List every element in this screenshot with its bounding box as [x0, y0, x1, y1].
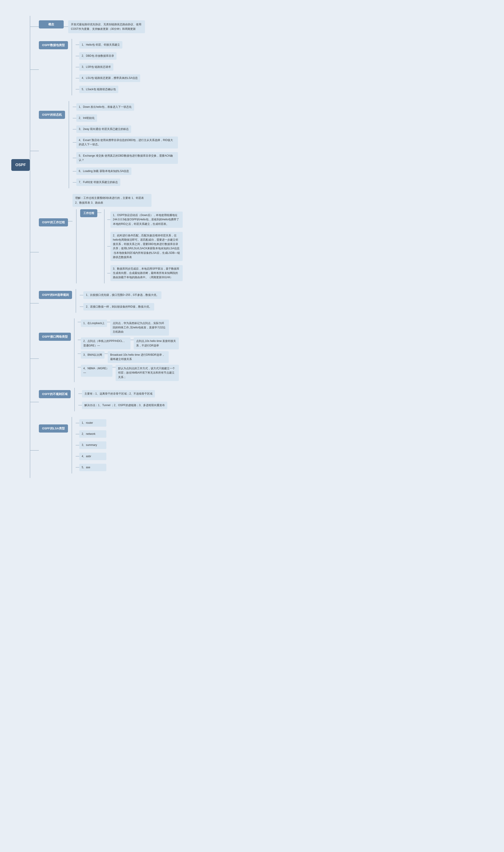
dr-item-1: 1、比较接口优先级，接口范围0~255，0不参选，数值大优。: [80, 291, 161, 299]
state-item-5: 5、Exchange 准交换 使用真正的DBD数据包进行数据库目录交换，需要AC…: [73, 152, 178, 164]
tick-s5: [73, 158, 76, 158]
tick-s4: [73, 142, 76, 143]
tick-r2: [78, 405, 82, 405]
work-sub-h: [97, 212, 102, 213]
h-line-dr: [30, 303, 39, 303]
iface-items: 1、在Loopback上 点到点，华为虽然标记为点到点，实际为环回的特殊工作,无…: [78, 318, 179, 382]
state-text-6: 6、Loading 加载 获取本地未知的LSA信息: [76, 168, 132, 175]
h-line-lsa: [30, 450, 39, 451]
tick-s1: [73, 107, 76, 107]
packet-item-text-5: 5、LSack包 链路状态确认包: [79, 86, 118, 93]
state-sub-container: 1、Down 发出hello包，准备进入下一状态化 2、Init初始化 3、2w…: [65, 101, 178, 189]
state-item-1: 1、Down 发出hello包，准备进入下一状态化: [73, 103, 178, 111]
lsa-item-1: 1、router: [76, 419, 106, 427]
tick-w3: [107, 273, 110, 274]
state-text-3: 3、2way 双向通信 邻层关系已建立的标志: [76, 125, 131, 133]
state-items: 1、Down 发出hello包，准备进入下一状态化 2、Init初始化 3、2w…: [73, 101, 178, 189]
packet-item-text-4: 4、LSU包 链路状态更新，携带具体的LSA信息: [79, 74, 140, 82]
branch-concept: 概念 开发式最短路径优先协议、无类别链路状态路由协议、使用COST作为度量、支持…: [30, 20, 182, 33]
page-wrapper: OSPF 概念 开发式最短路径优先协议、无类别链路状态路由协议、使用COST作为…: [4, 7, 500, 487]
branch-label-state: OSPF的状态机: [39, 111, 65, 119]
work-sub-row: 工作过程 1、OSPF协议启动后（Down后），本地使用组播地址244.0.0.…: [72, 209, 183, 283]
work-text-3: 3、数据库同步完成后，本地启用SFP算法，基于数据库生成有向图，合成最短路径树，…: [110, 265, 183, 281]
branch-work-process: OSPF的工作过程 理解：工作过程主要围绕3张表进行的，主要有 1、邻层表 2、…: [30, 194, 182, 283]
branches-col: 概念 开发式最短路径优先协议、无类别链路状态路由协议、使用COST作为度量、支持…: [30, 16, 182, 478]
irreg-item-1: 主要有：1、远离骨干的非骨干区域；2、不连续骨干区域: [78, 390, 167, 398]
state-text-5: 5、Exchange 准交换 使用真正的DBD数据包进行数据库目录交换，需要AC…: [76, 152, 178, 164]
state-item-4: 4、Exsart 预启动 使用未携带目录信息的DBD包，进行主从关系选择，RID…: [73, 137, 178, 148]
h-line-work-2: [68, 221, 72, 222]
tick-i3b: [105, 353, 108, 354]
branch-label-irreg: OSFF的不规则区域: [39, 390, 71, 398]
tick-s3: [73, 129, 76, 129]
root-label: OSPF: [15, 163, 26, 167]
tick-d1: [80, 295, 83, 295]
lsa-item-5: 5、ase: [76, 464, 106, 471]
dr-vline: [76, 289, 76, 313]
branch-label-packet: OSPF数据包类型: [39, 41, 68, 49]
state-vline: [69, 101, 69, 189]
iface-label-text-1: 1、在Loopback上: [83, 321, 105, 325]
branch-label-iface: OSPF接口网络类型: [39, 333, 71, 341]
iface-detail-3: Broadcast 10s hello time 进行DR/BDR选举，最终建立…: [108, 351, 169, 363]
tick-l1: [76, 423, 79, 423]
work-items-vline: [104, 209, 105, 283]
state-item-2: 2、Init初始化: [73, 114, 178, 122]
iface-label-4: 4、NBMA（MGRE）—: [81, 365, 112, 377]
packet-item-4: 4、LSU包 链路状态更新，携带具体的LSA信息: [76, 74, 140, 82]
lsa-text-3: 3、summary: [79, 441, 106, 449]
h-line-iface: [30, 359, 39, 359]
irreg-item-2: 解决办法：1、Tunnel ；2、OSPF的虚链路；3、多进程双向重发布: [78, 402, 167, 409]
tick-s2: [73, 118, 76, 118]
packet-item-text-2: 2、DBD包 存放数据库目录: [79, 52, 116, 60]
state-text-4: 4、Exsart 预启动 使用未携带目录信息的DBD包，进行主从关系选择，RID…: [76, 137, 178, 148]
work-items-list: 1、OSPF协议启动后（Down后），本地使用组播地址244.0.0.5收发OS…: [107, 209, 183, 283]
lsa-vline: [72, 417, 72, 473]
iface-sub-container: 1、在Loopback上 点到点，华为虽然标记为点到点，实际为环回的特殊工作,无…: [71, 318, 179, 382]
dr-items: 1、比较接口优先级，接口范围0~255，0不参选，数值大优。 2、若接口数值一样…: [80, 289, 161, 313]
tick-2: [76, 56, 79, 56]
packet-items: 1、Hello包 邻层、邻接关系建立 2、DBD包 存放数据库目录 3、LSR包…: [76, 39, 140, 95]
tick-l3: [76, 445, 79, 446]
work-item-2: 2、此时进行条件匹配，匹配失败后维持邻层关系，仅hello包周期保活即可。若匹配…: [107, 232, 183, 261]
tick-i1: [78, 322, 81, 322]
h-line-irreg: [30, 402, 39, 402]
branch-irregular: OSFF的不规则区域 主要有：1、远离骨干的非骨干区域；2、不连续骨干区域 解决…: [30, 388, 182, 411]
work-intro: 理解：工作过程主要围绕3张表进行的，主要有 1、邻层表 2、数据库表 3、路由表: [72, 194, 151, 207]
tick-4: [76, 78, 79, 79]
tick-i4: [78, 367, 81, 367]
work-item-3: 3、数据库同步完成后，本地启用SFP算法，基于数据库生成有向图，合成最短路径树，…: [107, 265, 183, 281]
root-node: OSPF: [11, 159, 30, 171]
tick-r1: [78, 394, 82, 394]
tick-l4: [76, 456, 79, 456]
packet-sub-container: 1、Hello包 邻层、邻接关系建立 2、DBD包 存放数据库目录 3、LSR包…: [68, 39, 140, 95]
iface-item-4: 4、NBMA（MGRE）— 默认为点到点的工作方式，该方式只能建立一个邻层；故在…: [78, 365, 179, 381]
branch-label-lsa: OSPF的LSA类型: [39, 424, 68, 433]
work-outer: 理解：工作过程主要围绕3张表进行的，主要有 1、邻层表 2、数据库表 3、路由表…: [72, 194, 183, 283]
iface-item-3: 3、BMAl以太网 Broadcast 10s hello time 进行DR/…: [78, 351, 179, 363]
work-item-1: 1、OSPF协议启动后（Down后），本地使用组播地址244.0.0.5收发OS…: [107, 211, 183, 228]
lsa-items: 1、router 2、network 3、summary 4、asbr: [76, 417, 106, 473]
lsa-text-2: 2、network: [79, 430, 106, 438]
dr-sub-container: 1、比较接口优先级，接口范围0~255，0不参选，数值大优。 2、若接口数值一样…: [72, 289, 161, 313]
packet-item-3: 3、LSR包 链路状态请求: [76, 63, 140, 71]
h-line-work: [30, 252, 39, 253]
branch-interface: OSPF接口网络类型 1、在Loopback上 点到点，华为虽然标记为点到点，实…: [30, 318, 182, 382]
iface-detail-2: 点到点,10s hello time 直接邻接关系，不进行DR选举: [134, 337, 179, 349]
iface-item-2: 2、点到点（串线上的PPP/HDCL，普通GRE）— 点到点,10s hello…: [78, 337, 179, 349]
lsa-item-3: 3、summary: [76, 441, 106, 449]
work-sub-inner: 工作过程 1、OSPF协议启动后（Down后），本地使用组播地址244.0.0.…: [80, 209, 183, 283]
tick-5: [76, 89, 79, 89]
dr-text-2: 2、若接口数值一样，则比较设备的RID值，数值大优。: [83, 303, 154, 311]
lsa-sub-container: 1、router 2、network 3、summary 4、asbr: [68, 417, 106, 473]
packet-item-text-3: 3、LSR包 链路状态请求: [79, 63, 113, 71]
branch-packet-types: OSPF数据包类型 1、Hello包 邻层、邻接关系建立 2、DBD包 存放数据…: [30, 39, 182, 95]
iface-detail-4: 默认为点到点的工作方式，该方式只能建立一个邻层；故在NMBA环境下将无法和所有节…: [115, 365, 179, 381]
h-line-packet: [30, 69, 39, 70]
tick-i1b: [107, 322, 110, 322]
tick-i2: [78, 340, 81, 340]
iface-label-3: 3、BMAl以太网: [81, 351, 105, 359]
h-line-state: [30, 151, 39, 151]
concept-content: 开发式最短路径优先协议、无类别链路状态路由协议、使用COST作为度量、支持触发更…: [68, 20, 145, 33]
packet-item-5: 5、LSack包 链路状态确认包: [76, 86, 140, 93]
